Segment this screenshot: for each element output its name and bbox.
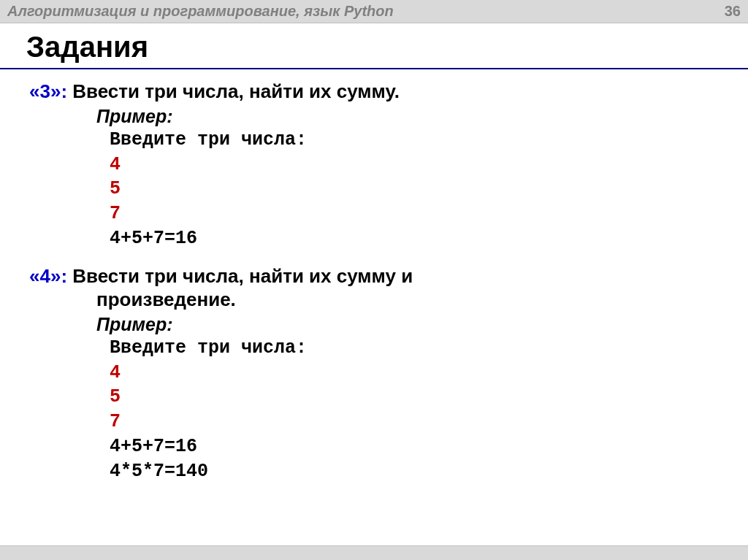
code-input: 7 <box>110 202 719 226</box>
code-block: Введите три числа: 4 5 7 4+5+7=16 <box>29 128 719 251</box>
code-input: 4 <box>110 153 719 177</box>
example-label: Пример: <box>29 313 719 336</box>
slide-header: Алгоритмизация и программирование, язык … <box>0 0 748 23</box>
task-text: Ввести три числа, найти их сумму. <box>72 80 400 102</box>
code-input: 5 <box>110 177 719 202</box>
grade-label: «3»: <box>29 80 67 102</box>
code-prompt: Введите три числа: <box>110 336 719 361</box>
code-output: 4+5+7=16 <box>110 434 719 459</box>
code-block: Введите три числа: 4 5 7 4+5+7=16 4*5*7=… <box>29 336 719 484</box>
code-output: 4*5*7=140 <box>110 459 719 484</box>
task-heading: «4»: Ввести три числа, найти их сумму и <box>29 264 719 288</box>
page-number: 36 <box>725 3 741 20</box>
task-block: «4»: Ввести три числа, найти их сумму и … <box>29 264 719 484</box>
task-text-cont: произведение. <box>29 288 719 312</box>
slide-footer <box>0 545 748 560</box>
code-input: 7 <box>110 410 719 434</box>
example-label: Пример: <box>29 105 719 128</box>
slide-title: Задания <box>0 23 748 69</box>
code-prompt: Введите три числа: <box>110 128 719 153</box>
task-heading: «3»: Ввести три числа, найти их сумму. <box>29 80 719 104</box>
content-area: «3»: Ввести три числа, найти их сумму. П… <box>0 69 748 483</box>
header-title: Алгоритмизация и программирование, язык … <box>7 3 394 20</box>
code-output: 4+5+7=16 <box>110 226 719 251</box>
code-input: 4 <box>110 361 719 386</box>
task-text: Ввести три числа, найти их сумму и <box>72 265 413 287</box>
code-input: 5 <box>110 385 719 410</box>
grade-label: «4»: <box>29 265 67 287</box>
task-block: «3»: Ввести три числа, найти их сумму. П… <box>29 80 719 251</box>
